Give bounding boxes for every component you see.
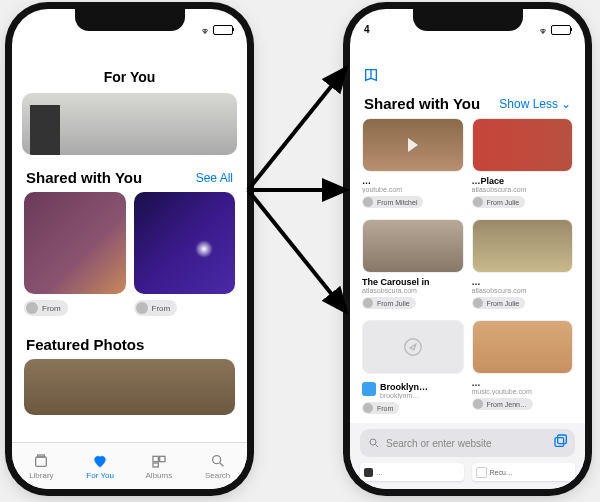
battery-icon [213, 25, 233, 35]
from-pill[interactable]: From Julie [472, 297, 526, 309]
from-pill[interactable]: From Julie [362, 297, 416, 309]
shared-thumbnail [134, 192, 236, 294]
notch [75, 9, 185, 31]
svg-rect-11 [555, 438, 564, 447]
shared-section-title: Shared with You [26, 169, 142, 186]
svg-point-5 [212, 456, 220, 464]
from-pill[interactable]: From [134, 300, 178, 316]
tab-bar: Library For You Albums Search [12, 442, 247, 489]
link-thumbnail [362, 320, 464, 374]
address-bar[interactable]: Search or enter website [360, 429, 575, 457]
from-pill[interactable]: From [24, 300, 68, 316]
shared-link-card[interactable]: Brooklyn… brooklynm… From [362, 320, 464, 417]
mini-tab[interactable]: Recu… [472, 463, 576, 481]
status-time: 4 [364, 24, 370, 35]
safari-app-phone: 4 Shared with You Show Less⌄ … youtube [350, 9, 585, 489]
svg-rect-2 [153, 456, 158, 461]
library-icon [31, 452, 51, 470]
svg-line-9 [376, 445, 379, 448]
shared-thumbnail [24, 192, 126, 294]
albums-icon [149, 452, 169, 470]
favicon [362, 382, 376, 396]
svg-rect-10 [558, 435, 567, 444]
memory-card[interactable] [22, 93, 237, 155]
heart-icon [90, 452, 110, 470]
mini-tab[interactable]: … [360, 463, 464, 481]
svg-rect-0 [36, 457, 47, 466]
shared-link-card[interactable]: … atlasobscura.com From Julie [472, 219, 574, 312]
from-pill[interactable]: From Jenn… [472, 398, 533, 410]
link-thumbnail [362, 118, 464, 172]
svg-rect-4 [153, 463, 158, 467]
tab-library[interactable]: Library [12, 443, 71, 489]
photos-app-phone: For You Shared with You See All From Fro… [12, 9, 247, 489]
search-placeholder: Search or enter website [386, 438, 492, 449]
shared-section-title: Shared with You [364, 95, 480, 112]
shared-link-card[interactable]: …Place atlasobscura.com From Julie [472, 118, 574, 211]
page-title: For You [12, 63, 247, 93]
shared-item[interactable]: From [134, 192, 236, 318]
svg-point-8 [370, 439, 376, 445]
search-icon [208, 452, 228, 470]
featured-title: Featured Photos [24, 332, 235, 359]
wikipedia-favicon [476, 467, 487, 478]
svg-line-12 [248, 68, 346, 190]
from-pill[interactable]: From Julie [472, 196, 526, 208]
svg-line-6 [220, 463, 223, 466]
from-pill[interactable]: From [362, 402, 399, 414]
annotation-arrow [248, 60, 358, 324]
compass-icon [402, 336, 424, 358]
link-thumbnail [362, 219, 464, 273]
link-thumbnail [472, 118, 574, 172]
featured-photo[interactable] [24, 359, 235, 415]
svg-rect-3 [160, 456, 165, 461]
notch [413, 9, 523, 31]
shared-link-card[interactable]: … youtube.com From Mitchel [362, 118, 464, 211]
from-pill[interactable]: From Mitchel [362, 196, 423, 208]
apple-favicon [364, 468, 373, 477]
tab-for-you[interactable]: For You [71, 443, 130, 489]
svg-rect-1 [38, 455, 45, 457]
link-thumbnail [472, 320, 574, 374]
bookmarks-icon[interactable] [362, 67, 380, 87]
tabs-icon[interactable] [553, 433, 569, 453]
tab-search[interactable]: Search [188, 443, 247, 489]
shared-link-card[interactable]: The Carousel in atlasobscura.com From Ju… [362, 219, 464, 312]
wifi-icon [199, 26, 211, 35]
shared-link-card[interactable]: … music.youtube.com From Jenn… [472, 320, 574, 417]
see-all-button[interactable]: See All [196, 171, 233, 185]
tab-albums[interactable]: Albums [130, 443, 189, 489]
link-thumbnail [472, 219, 574, 273]
wifi-icon [537, 26, 549, 35]
battery-icon [551, 25, 571, 35]
shared-item[interactable]: From [24, 192, 126, 318]
safari-bottom-bar: Search or enter website … Recu… [350, 423, 585, 489]
svg-line-14 [248, 190, 346, 312]
search-icon [368, 437, 380, 449]
show-less-button[interactable]: Show Less⌄ [499, 97, 571, 111]
svg-point-7 [405, 339, 422, 356]
